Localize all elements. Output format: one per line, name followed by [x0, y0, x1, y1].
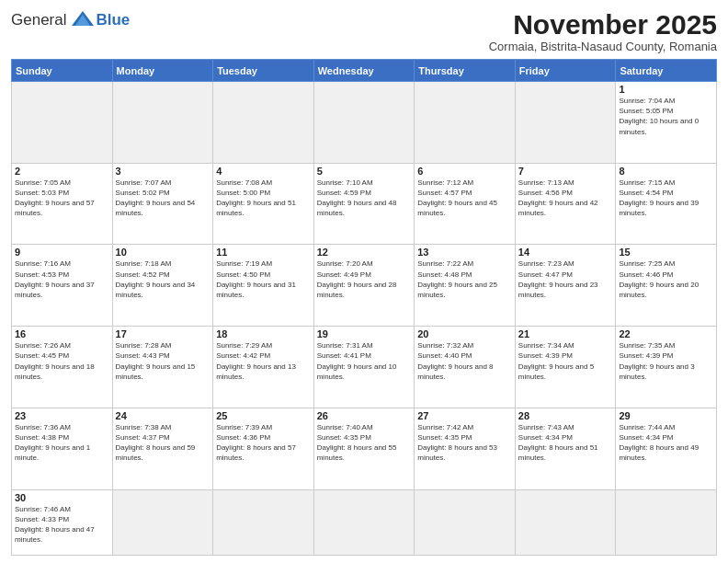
day-info: Sunrise: 7:18 AM Sunset: 4:52 PM Dayligh… [116, 259, 210, 300]
table-row: 26Sunrise: 7:40 AM Sunset: 4:35 PM Dayli… [313, 408, 415, 489]
table-row: 1Sunrise: 7:04 AM Sunset: 5:05 PM Daylig… [616, 82, 717, 164]
table-row: 18Sunrise: 7:29 AM Sunset: 4:42 PM Dayli… [213, 327, 314, 408]
day-info: Sunrise: 7:40 AM Sunset: 4:35 PM Dayligh… [317, 422, 412, 464]
table-row [415, 82, 516, 164]
table-row: 8Sunrise: 7:15 AM Sunset: 4:54 PM Daylig… [616, 163, 717, 245]
logo-blue-text: Blue [96, 12, 130, 28]
day-number: 18 [216, 328, 311, 339]
table-row: 19Sunrise: 7:31 AM Sunset: 4:41 PM Dayli… [313, 327, 415, 408]
table-row: 3Sunrise: 7:07 AM Sunset: 5:02 PM Daylig… [112, 163, 213, 245]
table-row: 9Sunrise: 7:16 AM Sunset: 4:53 PM Daylig… [12, 245, 113, 327]
day-info: Sunrise: 7:35 AM Sunset: 4:39 PM Dayligh… [619, 340, 713, 382]
table-row [213, 489, 314, 555]
day-number: 1 [619, 84, 713, 95]
table-row: 7Sunrise: 7:13 AM Sunset: 4:56 PM Daylig… [515, 163, 616, 245]
day-number: 2 [15, 166, 109, 177]
th-friday: Friday [515, 60, 616, 82]
table-row: 27Sunrise: 7:42 AM Sunset: 4:35 PM Dayli… [415, 408, 516, 489]
day-number: 23 [15, 410, 109, 421]
logo-icon [70, 9, 96, 29]
th-sunday: Sunday [12, 60, 113, 82]
day-info: Sunrise: 7:07 AM Sunset: 5:02 PM Dayligh… [116, 178, 210, 219]
table-row [415, 489, 516, 555]
day-info: Sunrise: 7:25 AM Sunset: 4:46 PM Dayligh… [619, 259, 713, 300]
day-number: 22 [619, 328, 713, 339]
day-info: Sunrise: 7:36 AM Sunset: 4:38 PM Dayligh… [15, 422, 109, 464]
th-tuesday: Tuesday [213, 60, 314, 82]
day-info: Sunrise: 7:39 AM Sunset: 4:36 PM Dayligh… [216, 422, 311, 464]
day-number: 27 [417, 410, 512, 421]
day-number: 26 [317, 410, 412, 421]
day-number: 10 [116, 247, 210, 258]
day-info: Sunrise: 7:42 AM Sunset: 4:35 PM Dayligh… [417, 422, 512, 464]
day-number: 5 [317, 166, 412, 177]
table-row: 28Sunrise: 7:43 AM Sunset: 4:34 PM Dayli… [515, 408, 616, 489]
table-row: 20Sunrise: 7:32 AM Sunset: 4:40 PM Dayli… [415, 327, 516, 408]
calendar-row-3: 9Sunrise: 7:16 AM Sunset: 4:53 PM Daylig… [12, 245, 717, 327]
day-info: Sunrise: 7:31 AM Sunset: 4:41 PM Dayligh… [317, 340, 412, 382]
weekday-header-row: Sunday Monday Tuesday Wednesday Thursday… [12, 60, 717, 82]
day-info: Sunrise: 7:13 AM Sunset: 4:56 PM Dayligh… [518, 178, 613, 219]
day-number: 15 [619, 247, 713, 258]
calendar-row-5: 23Sunrise: 7:36 AM Sunset: 4:38 PM Dayli… [12, 408, 717, 489]
th-saturday: Saturday [616, 60, 717, 82]
day-number: 14 [518, 247, 613, 258]
day-info: Sunrise: 7:44 AM Sunset: 4:34 PM Dayligh… [619, 422, 713, 464]
table-row [112, 489, 213, 555]
table-row: 6Sunrise: 7:12 AM Sunset: 4:57 PM Daylig… [415, 163, 516, 245]
day-number: 3 [116, 166, 210, 177]
calendar-row-6: 30Sunrise: 7:46 AM Sunset: 4:33 PM Dayli… [12, 489, 717, 555]
table-row [616, 489, 717, 555]
day-number: 12 [317, 247, 412, 258]
th-wednesday: Wednesday [313, 60, 415, 82]
day-info: Sunrise: 7:16 AM Sunset: 4:53 PM Dayligh… [15, 259, 109, 300]
calendar-row-2: 2Sunrise: 7:05 AM Sunset: 5:03 PM Daylig… [12, 163, 717, 245]
day-number: 16 [15, 328, 109, 339]
day-info: Sunrise: 7:10 AM Sunset: 4:59 PM Dayligh… [317, 178, 412, 219]
table-row [12, 82, 113, 164]
table-row: 4Sunrise: 7:08 AM Sunset: 5:00 PM Daylig… [213, 163, 314, 245]
table-row: 10Sunrise: 7:18 AM Sunset: 4:52 PM Dayli… [112, 245, 213, 327]
day-number: 24 [116, 410, 210, 421]
day-number: 28 [518, 410, 613, 421]
table-row: 15Sunrise: 7:25 AM Sunset: 4:46 PM Dayli… [616, 245, 717, 327]
table-row [515, 489, 616, 555]
table-row: 16Sunrise: 7:26 AM Sunset: 4:45 PM Dayli… [12, 327, 113, 408]
table-row: 17Sunrise: 7:28 AM Sunset: 4:43 PM Dayli… [112, 327, 213, 408]
day-number: 25 [216, 410, 311, 421]
day-info: Sunrise: 7:26 AM Sunset: 4:45 PM Dayligh… [15, 340, 109, 382]
table-row: 23Sunrise: 7:36 AM Sunset: 4:38 PM Dayli… [12, 408, 113, 489]
day-info: Sunrise: 7:05 AM Sunset: 5:03 PM Dayligh… [15, 178, 109, 219]
day-number: 4 [216, 166, 311, 177]
day-number: 6 [417, 166, 512, 177]
day-number: 21 [518, 328, 613, 339]
table-row [515, 82, 616, 164]
logo: General Blue [11, 9, 130, 29]
day-info: Sunrise: 7:34 AM Sunset: 4:39 PM Dayligh… [518, 340, 613, 382]
title-area: November 2025 Cormaia, Bistrita-Nasaud C… [489, 9, 717, 53]
day-info: Sunrise: 7:43 AM Sunset: 4:34 PM Dayligh… [518, 422, 613, 464]
calendar-table: Sunday Monday Tuesday Wednesday Thursday… [11, 59, 717, 556]
table-row: 11Sunrise: 7:19 AM Sunset: 4:50 PM Dayli… [213, 245, 314, 327]
table-row: 5Sunrise: 7:10 AM Sunset: 4:59 PM Daylig… [313, 163, 415, 245]
day-info: Sunrise: 7:38 AM Sunset: 4:37 PM Dayligh… [116, 422, 210, 464]
table-row: 24Sunrise: 7:38 AM Sunset: 4:37 PM Dayli… [112, 408, 213, 489]
header: General Blue November 2025 Cormaia, Bist… [11, 9, 717, 53]
table-row: 25Sunrise: 7:39 AM Sunset: 4:36 PM Dayli… [213, 408, 314, 489]
table-row [112, 82, 213, 164]
day-number: 7 [518, 166, 613, 177]
logo-general-text: General [11, 12, 66, 28]
logo-area: General Blue [11, 9, 130, 29]
th-monday: Monday [112, 60, 213, 82]
month-title: November 2025 [489, 9, 717, 40]
day-number: 9 [15, 247, 109, 258]
day-number: 29 [619, 410, 713, 421]
day-info: Sunrise: 7:29 AM Sunset: 4:42 PM Dayligh… [216, 340, 311, 382]
day-info: Sunrise: 7:04 AM Sunset: 5:05 PM Dayligh… [619, 96, 713, 137]
day-number: 17 [116, 328, 210, 339]
calendar-row-1: 1Sunrise: 7:04 AM Sunset: 5:05 PM Daylig… [12, 82, 717, 164]
table-row: 21Sunrise: 7:34 AM Sunset: 4:39 PM Dayli… [515, 327, 616, 408]
page: General Blue November 2025 Cormaia, Bist… [0, 0, 728, 563]
day-number: 13 [417, 247, 512, 258]
day-number: 20 [417, 328, 512, 339]
